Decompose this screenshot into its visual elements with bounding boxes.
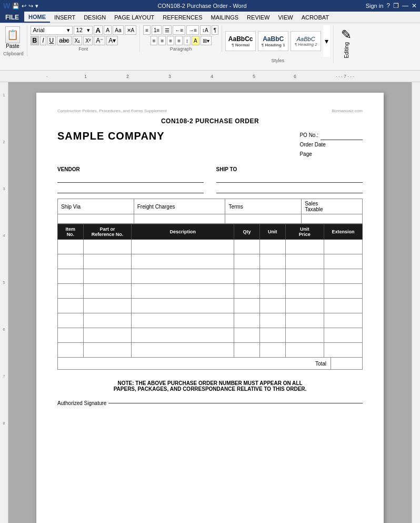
col-unit-price: UnitPrice [285,224,324,240]
font-shrink-button[interactable]: A [104,25,112,35]
freight-charges-cell: Freight Charges [134,199,225,214]
vendor-field2[interactable] [57,186,204,193]
doc-title: CON108-2 PURCHASE ORDER [57,117,363,125]
style-normal[interactable]: AaBbCc ¶ Normal [225,31,256,51]
font-name-selector[interactable]: Arial▾ [31,26,73,35]
title-bar-title: CON108-2 Purchase Order - Word [38,3,365,9]
align-right-button[interactable]: ≡ [167,36,174,45]
ship-field2[interactable] [216,186,363,193]
ship-to-label: SHIP TO [216,166,237,172]
increase-indent-button[interactable]: →≡ [186,25,199,35]
text-highlight-button[interactable]: A⁻ [94,36,105,45]
ruler: · 1 2 3 4 5 6 · · · 7 · · · [0,71,420,82]
font-size-selector[interactable]: 12▾ [74,26,93,35]
paragraph-label: Paragraph [143,46,218,52]
align-justify-button[interactable]: ≡ [175,36,183,45]
design-menu[interactable]: DESIGN [79,12,110,23]
terms-value[interactable] [225,214,302,224]
superscript-button[interactable]: X² [83,36,93,45]
table-row [58,328,363,343]
unit-1[interactable] [259,240,285,254]
editing-group: ✎ Editing [337,25,356,61]
table-row [58,240,363,254]
extension-1[interactable] [324,240,362,254]
restore-button[interactable]: ❐ [393,2,399,9]
col-part-ref: Part orReference No. [83,224,131,240]
insert-menu[interactable]: INSERT [50,12,79,23]
quick-access-icon[interactable]: 💾 [12,3,19,9]
clear-format-button[interactable]: ✕A [125,25,137,35]
show-hide-button[interactable]: ¶ [212,25,218,35]
freight-charges-value[interactable] [134,214,225,224]
sign-in-link[interactable]: Sign in [366,3,384,9]
signature-section: Authorized Signature [57,400,363,406]
bullets-button[interactable]: ≡ [143,25,151,35]
acrobat-menu[interactable]: ACROBAT [297,12,333,23]
bold-button[interactable]: B [31,36,39,45]
qty-1[interactable] [234,240,260,254]
font-color-button[interactable]: A▾ [106,36,118,45]
font-grow-button[interactable]: A [94,25,103,35]
minimize-button[interactable]: — [402,2,408,9]
numbering-button[interactable]: 1≡ [152,25,162,35]
table-row [58,313,363,328]
undo-icon[interactable]: ↩ [22,3,26,9]
ship-via-value[interactable] [58,214,134,224]
borders-button[interactable]: ⊞▾ [201,36,212,45]
sig-line: Authorized Signature [57,400,363,406]
total-label: Total [311,359,331,369]
mailings-menu[interactable]: MAILINGS [207,12,243,23]
align-left-button[interactable]: ≡ [151,36,158,45]
sales-taxable-value[interactable] [302,214,363,224]
references-menu[interactable]: REFERENCES [158,12,206,23]
word-logo-icon: W [3,2,10,10]
file-menu[interactable]: FILE [0,12,24,23]
sort-button[interactable]: ↕A [200,25,211,35]
company-name: SAMPLE COMPANY [57,130,165,142]
align-center-button[interactable]: ≡ [158,36,166,45]
style-heading2[interactable]: AaBbC ¶ Heading 2 [291,31,321,51]
sig-underline[interactable] [108,403,363,403]
paragraph-group: ≡ 1≡ ☰ ←≡ →≡ ↕A ¶ ≡ ≡ ≡ ≡ ↕ A ⊞▾ [143,25,222,52]
decrease-indent-button[interactable]: ←≡ [173,25,185,35]
italic-button[interactable]: I [40,36,46,45]
multilevel-button[interactable]: ☰ [163,25,172,35]
total-value[interactable] [331,358,362,369]
ship-block: SHIP TO [216,166,363,193]
styles-expand-button[interactable]: ▾ [323,25,330,57]
document-page: Construction Policies, Procedures, and F… [36,93,384,523]
table-row [58,343,363,358]
paste-button[interactable]: 📋 Paste [3,25,22,50]
strikethrough-button[interactable]: abc [57,36,71,45]
table-row [58,299,363,313]
style-heading1[interactable]: AaBbC ¶ Heading 1 [258,31,288,51]
home-menu[interactable]: HOME [24,12,50,23]
underline-button[interactable]: U [47,36,56,45]
change-case-button[interactable]: Aa [113,25,123,35]
description-1[interactable] [132,240,234,254]
paste-icon: 📋 [5,26,20,43]
title-bar-left: W 💾 ↩ ↪ ▾ [3,2,38,10]
note-section: NOTE: THE ABOVE PURCHASE ORDER NUMBER MU… [57,380,363,392]
po-number-value[interactable] [321,130,363,140]
redo-icon[interactable]: ↪ [28,3,33,9]
help-button[interactable]: ? [386,2,390,9]
part-ref-1[interactable] [83,240,131,254]
shading-button[interactable]: A [192,36,199,45]
close-button[interactable]: ✕ [412,2,417,9]
order-date-line: Order Date [299,140,363,150]
table-row [58,269,363,284]
view-menu[interactable]: VIEW [274,12,297,23]
subscript-button[interactable]: X₂ [73,36,83,45]
font-group: Arial▾ 12▾ A A Aa ✕A B I U abc X₂ X² [31,25,141,52]
table-row [58,284,363,299]
line-spacing-button[interactable]: ↕ [184,36,191,45]
item-no-1[interactable] [58,240,84,254]
unit-price-1[interactable] [285,240,324,254]
vendor-field[interactable] [57,175,204,183]
ship-field[interactable] [216,175,363,183]
sig-label: Authorized Signature [57,400,106,406]
review-menu[interactable]: REVIEW [243,12,274,23]
vertical-scrollbar[interactable] [412,82,420,523]
page-layout-menu[interactable]: PAGE LAYOUT [110,12,158,23]
